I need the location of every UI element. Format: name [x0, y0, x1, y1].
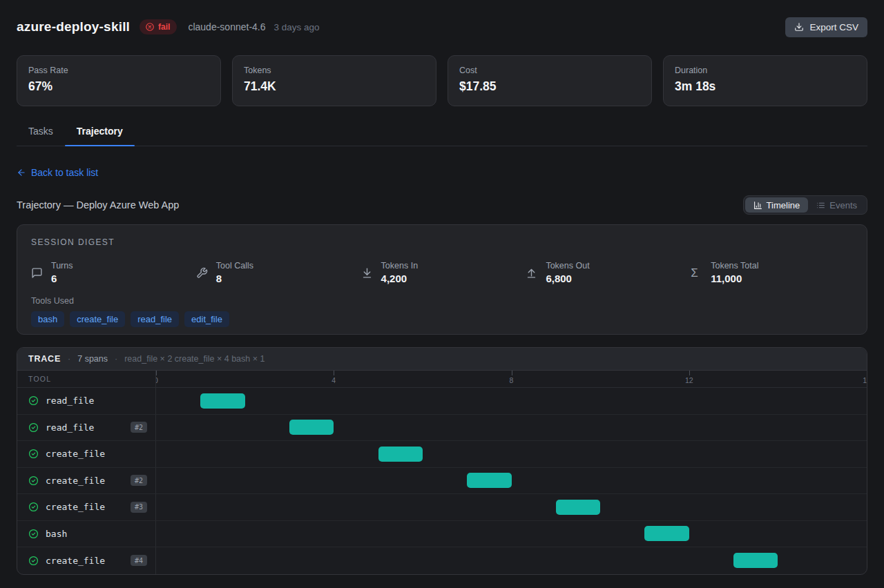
trace-row-track	[156, 388, 867, 414]
digest-stat-text: Tokens Total11,000	[711, 261, 758, 284]
trace-row-label: create_file	[17, 441, 156, 467]
tick-label: 12	[685, 376, 693, 384]
sequence-badge: #2	[131, 422, 147, 433]
tick-label: 16	[863, 376, 867, 384]
stat-card-pass-rate: Pass Rate67%	[17, 55, 221, 106]
span-bar[interactable]	[200, 393, 244, 409]
stat-value: 71.4K	[244, 79, 425, 94]
stat-cards: Pass Rate67%Tokens71.4KCost$17.85Duratio…	[17, 55, 867, 106]
back-link-label: Back to task list	[31, 167, 98, 178]
trace-row-track	[156, 547, 867, 574]
download-icon	[794, 22, 804, 32]
trace-row-create_file[interactable]: create_file	[17, 441, 867, 468]
digest-stat-value: 4,200	[381, 273, 419, 284]
digest-stat-value: 8	[216, 273, 253, 284]
trajectory-title: Trajectory — Deploy Azure Web App	[17, 199, 179, 210]
trace-row-create_file-3[interactable]: create_file#3	[17, 494, 867, 521]
tick-label: 4	[332, 376, 336, 384]
trace-summary: read_file × 2 create_file × 4 bash × 1	[124, 354, 265, 364]
tick-mark	[156, 371, 157, 375]
digest-stat-text: Tokens In4,200	[381, 261, 419, 284]
check-circle-icon	[28, 422, 39, 433]
digest-stat-value: 11,000	[711, 273, 758, 284]
view-toggle-timeline[interactable]: Timeline	[745, 197, 809, 213]
check-circle-icon	[28, 476, 39, 486]
back-to-task-list-link[interactable]: Back to task list	[17, 167, 98, 178]
arrow-down-icon	[361, 267, 373, 279]
check-circle-icon	[28, 529, 39, 539]
check-circle-icon	[28, 449, 39, 459]
trace-row-track	[156, 494, 867, 520]
view-toggle: TimelineEvents	[743, 195, 867, 215]
span-bar[interactable]	[378, 447, 423, 462]
header: azure-deploy-skill fail claude-sonnet-4.…	[17, 17, 867, 37]
span-bar[interactable]	[733, 553, 778, 568]
tick-mark	[512, 371, 512, 375]
digest-stat-label: Tokens Total	[711, 261, 758, 271]
trajectory-section-header: Trajectory — Deploy Azure Web App Timeli…	[17, 195, 867, 215]
digest-stat-label: Turns	[51, 261, 73, 271]
tab-tasks[interactable]: Tasks	[17, 126, 65, 146]
digest-stat-value: 6	[51, 273, 73, 284]
timestamp: 3 days ago	[274, 22, 320, 32]
span-bar[interactable]	[467, 473, 511, 488]
status-badge: fail	[140, 19, 177, 35]
trace-row-label: create_file#3	[17, 494, 156, 520]
trace-row-bash[interactable]: bash	[17, 521, 867, 548]
tool-name: create_file	[46, 449, 105, 459]
stat-card-duration: Duration3m 18s	[663, 55, 867, 106]
digest-stat-text: Tool Calls8	[216, 261, 253, 284]
trace-row-read_file[interactable]: read_file	[17, 388, 867, 415]
tools-used-label: Tools Used	[31, 296, 856, 306]
arrow-up-icon	[526, 267, 537, 279]
digest-stat-tokens-in: Tokens In4,200	[361, 261, 526, 284]
digest-stat-tokens-out: Tokens Out6,800	[526, 261, 691, 284]
trace-rows: read_fileread_file#2create_filecreate_fi…	[17, 388, 867, 574]
stat-value: $17.85	[459, 79, 640, 94]
export-csv-label: Export CSV	[809, 22, 858, 32]
export-csv-button[interactable]: Export CSV	[785, 17, 867, 37]
separator-dot: ·	[68, 354, 70, 364]
sigma-icon: Σ	[691, 267, 702, 279]
trace-row-read_file-2[interactable]: read_file#2	[17, 415, 867, 442]
tool-name: create_file	[46, 476, 105, 486]
trace-row-create_file-2[interactable]: create_file#2	[17, 468, 867, 495]
tick-mark	[334, 371, 334, 375]
trace-row-track	[156, 441, 867, 467]
stat-card-cost: Cost$17.85	[448, 55, 652, 106]
trace-row-label: create_file#2	[17, 468, 156, 494]
view-toggle-label: Events	[829, 200, 857, 210]
trace-row-label: read_file	[17, 388, 156, 414]
status-badge-label: fail	[158, 22, 170, 32]
digest-stat-tokens-total: ΣTokens Total11,000	[691, 261, 856, 284]
circle-x-icon	[145, 22, 155, 32]
stat-label: Duration	[675, 66, 856, 75]
page: azure-deploy-skill fail claude-sonnet-4.…	[0, 0, 884, 588]
stat-card-tokens: Tokens71.4K	[232, 55, 436, 106]
bar-chart-icon	[753, 201, 762, 210]
tool-name: bash	[46, 529, 67, 539]
tool-pill-bash: bash	[31, 311, 64, 327]
speech-bubble-icon	[31, 267, 43, 279]
trace-row-create_file-4[interactable]: create_file#4	[17, 547, 867, 574]
stat-label: Tokens	[244, 66, 425, 75]
tool-name: create_file	[46, 502, 105, 512]
tick-label: 0	[156, 376, 158, 384]
tab-trajectory[interactable]: Trajectory	[65, 126, 135, 146]
tool-name: read_file	[46, 422, 94, 433]
tool-name: create_file	[46, 556, 105, 566]
arrow-left-icon	[17, 168, 26, 177]
span-bar[interactable]	[556, 500, 600, 515]
view-toggle-events[interactable]: Events	[808, 197, 865, 213]
tool-column-header: TOOL	[17, 371, 156, 387]
tool-pill-create_file: create_file	[70, 311, 125, 327]
trace-row-label: create_file#4	[17, 547, 156, 574]
digest-stat-text: Turns6	[51, 261, 73, 284]
span-bar[interactable]	[289, 420, 334, 435]
tick-mark	[689, 371, 690, 375]
tool-pill-read_file: read_file	[131, 311, 179, 327]
tab-bar: TasksTrajectory	[17, 126, 867, 146]
digest-stat-tool-calls: Tool Calls8	[196, 261, 361, 284]
span-bar[interactable]	[644, 526, 689, 541]
check-circle-icon	[28, 502, 39, 512]
